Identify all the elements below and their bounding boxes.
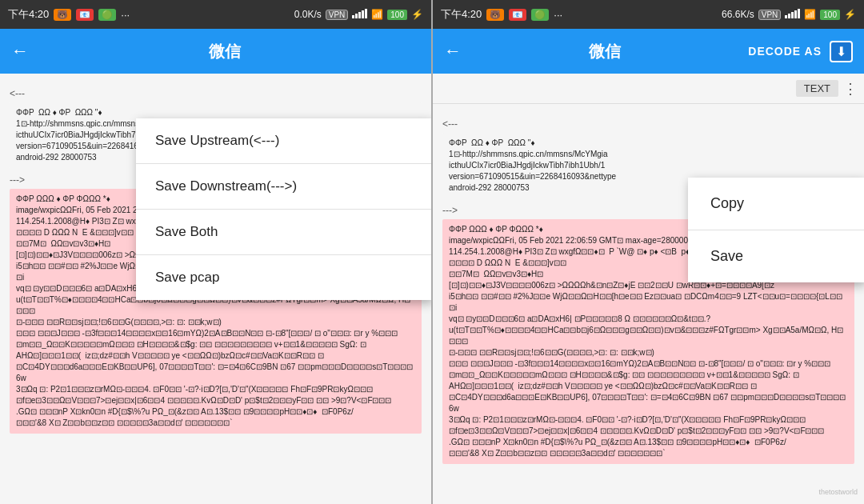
right-status-bar: 下午4:20 🐻 📧 🟢 ··· 66.6K/s VPN 📶 100 ⚡ bbox=[433, 0, 864, 29]
left-status-right: 0.0K/s VPN 📶 100 ⚡ bbox=[294, 9, 423, 21]
right-icon1: 🐻 bbox=[486, 9, 504, 21]
right-wifi: 📶 bbox=[804, 9, 816, 20]
dropdown-save-both[interactable]: Save Both bbox=[136, 210, 431, 255]
left-icon2: 📧 bbox=[76, 9, 94, 21]
dropdown-save-pcap[interactable]: Save pcap bbox=[136, 255, 431, 300]
right-time: 下午4:20 bbox=[441, 7, 482, 22]
decode-as-button[interactable]: DECODE AS bbox=[748, 45, 822, 58]
left-status-bar: 下午4:20 🐻 📧 🟢 ··· 0.0K/s VPN 📶 100 ⚡ bbox=[0, 0, 431, 29]
left-battery: 100 bbox=[387, 10, 407, 20]
left-icon3: 🟢 bbox=[98, 9, 116, 21]
left-time: 下午4:20 bbox=[8, 7, 49, 22]
left-dots: ··· bbox=[121, 9, 130, 21]
left-status-left: 下午4:20 🐻 📧 🟢 ··· bbox=[8, 7, 130, 22]
right-top-bar: ← 微信 DECODE AS ⬇ bbox=[433, 29, 864, 74]
left-signal bbox=[352, 9, 367, 21]
right-dots: ··· bbox=[554, 9, 562, 21]
left-arrow-up: <--- bbox=[10, 86, 422, 101]
left-icon1: 🐻 bbox=[54, 9, 71, 21]
save-button[interactable]: Save bbox=[688, 230, 864, 282]
right-status-right: 66.6K/s VPN 📶 100 ⚡ bbox=[722, 9, 856, 21]
right-packet-area: <--- ΦΦP ΩΩ ♦ ΦP ΩΩΩ "♦ 1⊡-http://shmmsn… bbox=[433, 104, 864, 477]
left-wifi: 📶 bbox=[371, 9, 383, 20]
left-panel: 下午4:20 🐻 📧 🟢 ··· 0.0K/s VPN 📶 100 ⚡ bbox=[0, 0, 431, 504]
right-arrow-up: <--- bbox=[442, 117, 854, 131]
right-signal bbox=[785, 9, 800, 21]
left-speed: 0.0K/s bbox=[294, 9, 322, 20]
right-content-area: <--- ΦΦP ΩΩ ♦ ΦP ΩΩΩ "♦ 1⊡-http://shmmsn… bbox=[433, 104, 864, 504]
text-badge[interactable]: TEXT bbox=[796, 80, 838, 97]
copy-button[interactable]: Copy bbox=[688, 178, 864, 230]
dropdown-save-upstream[interactable]: Save Upstream(<---) bbox=[136, 118, 431, 164]
right-title: 微信 bbox=[462, 41, 748, 62]
right-vpn: VPN bbox=[758, 10, 782, 20]
right-battery: 100 bbox=[820, 10, 840, 20]
left-dropdown-menu: Save Upstream(<---) Save Downstream(--->… bbox=[136, 118, 431, 300]
left-back-button[interactable]: ← bbox=[11, 41, 29, 62]
right-panel: 下午4:20 🐻 📧 🟢 ··· 66.6K/s VPN 📶 100 ⚡ bbox=[433, 0, 864, 504]
right-subtoolbar: TEXT ⋮ bbox=[433, 74, 864, 104]
left-vpn: VPN bbox=[326, 10, 349, 20]
right-speed: 66.6K/s bbox=[722, 9, 754, 20]
right-status-left: 下午4:20 🐻 📧 🟢 ··· bbox=[441, 7, 562, 22]
more-options-icon[interactable]: ⋮ bbox=[843, 80, 858, 98]
dropdown-save-downstream[interactable]: Save Downstream(--->) bbox=[136, 164, 431, 210]
right-back-button[interactable]: ← bbox=[444, 41, 462, 62]
left-top-bar: ← 微信 bbox=[0, 29, 431, 74]
right-upstream-text: ΦΦP ΩΩ ♦ ΦP ΩΩΩ "♦ 1⊡-http://shmmsns.qpi… bbox=[449, 138, 616, 192]
right-icon3: 🟢 bbox=[531, 9, 549, 21]
left-bolt: ⚡ bbox=[411, 9, 423, 20]
left-title: 微信 bbox=[29, 41, 420, 62]
right-icon2: 📧 bbox=[509, 9, 526, 21]
copy-save-popup: Copy Save bbox=[688, 178, 864, 282]
right-bolt: ⚡ bbox=[844, 9, 856, 20]
watermark: thetostworld bbox=[818, 488, 858, 496]
left-content-area: <--- ΦΦP ΩΩ ♦ ΦP ΩΩΩ "♦ 1⊡-http://shmmsn… bbox=[0, 74, 431, 504]
download-icon[interactable]: ⬇ bbox=[830, 41, 853, 62]
